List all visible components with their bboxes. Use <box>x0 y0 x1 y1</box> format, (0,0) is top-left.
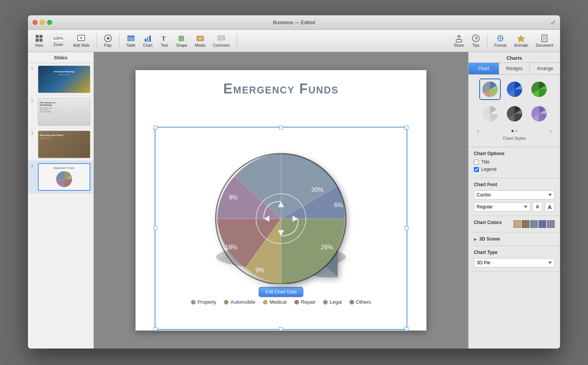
chart-type-select[interactable]: 3D Pie Pie Donut 3D Donut Bar Column Lin… <box>474 258 555 267</box>
chart-colors-title: Chart Colors <box>474 220 502 225</box>
chart-style-prev[interactable]: ‹ <box>475 128 482 134</box>
font-name-select[interactable]: Cochin Helvetica Times New Roman Arial <box>474 190 555 200</box>
chart-toolbar-button[interactable]: Chart <box>140 33 155 49</box>
zoom-group[interactable]: 100% Zoom <box>48 33 69 48</box>
handle-bm[interactable] <box>279 327 283 331</box>
chart-styles-section: ‹ › Chart Styles <box>469 75 560 147</box>
zoom-label: Zoom <box>53 43 63 47</box>
color-swatch-1[interactable] <box>513 220 521 228</box>
chart-style-next[interactable]: › <box>547 128 554 134</box>
chart-type-title: Chart Type <box>474 250 555 255</box>
comment-icon <box>217 34 225 43</box>
svg-text:30%: 30% <box>311 187 323 193</box>
slide-thumb-2[interactable]: 2 The Source of Something The reading pa… <box>28 96 93 128</box>
color-swatch-4[interactable] <box>539 220 546 228</box>
play-button[interactable]: Play <box>101 33 115 49</box>
legend-others: Others <box>350 299 371 305</box>
legend-repair: Repair <box>294 299 315 305</box>
scene-3d-row[interactable]: ▶ 3D Scene <box>474 236 555 242</box>
comment-button[interactable]: Comment <box>210 33 232 49</box>
table-icon <box>127 34 135 43</box>
text-button[interactable]: T Text <box>157 33 172 49</box>
title-checkbox-row[interactable]: Title <box>474 159 555 165</box>
shape-label: Shape <box>176 43 187 47</box>
font-increase-button[interactable]: A <box>545 202 555 212</box>
shape-button[interactable]: Shape <box>173 33 190 49</box>
chart-styles-row-1 <box>473 79 555 100</box>
nav-dots <box>511 130 518 132</box>
font-decrease-button[interactable]: A <box>532 202 542 212</box>
title-checkbox[interactable] <box>474 160 479 165</box>
separator-2 <box>119 33 119 49</box>
animate-button[interactable]: Animate <box>511 33 531 49</box>
slide-thumb-4[interactable]: 4 Emergency Funds <box>28 161 93 193</box>
format-button[interactable]: Format <box>491 33 510 49</box>
tips-button[interactable]: ? Tips <box>469 33 483 49</box>
document-button[interactable]: Document <box>532 33 556 49</box>
svg-text:9%: 9% <box>229 194 237 201</box>
slide-thumb-1[interactable]: 1 Financial Planning subtitle text here <box>28 63 93 96</box>
tab-arrange[interactable]: Arrange <box>530 63 560 74</box>
media-button[interactable]: Media <box>192 33 208 49</box>
zoom-value[interactable]: 100% <box>51 35 65 42</box>
text-label: Text <box>161 43 168 47</box>
close-button[interactable] <box>33 20 38 25</box>
tab-wedges[interactable]: Wedges <box>499 63 530 74</box>
tab-chart[interactable]: Chart <box>469 63 499 74</box>
view-button[interactable]: View <box>32 33 46 49</box>
chart-type-section: Chart Type 3D Pie Pie Donut 3D Donut Bar… <box>469 246 560 272</box>
legend-checkbox-row[interactable]: Legend <box>474 167 555 172</box>
document-icon <box>540 34 549 43</box>
svg-marker-24 <box>219 40 220 42</box>
canvas-area[interactable]: Emergency Funds <box>94 52 468 349</box>
pie-chart[interactable]: 30% 6% 26% 9% 18% 9% <box>189 131 373 284</box>
chart-toolbar-icon <box>144 34 152 43</box>
handle-br[interactable] <box>405 327 408 331</box>
nav-dot-1[interactable] <box>511 130 514 132</box>
edit-chart-data-button[interactable]: Edit Chart Data <box>259 287 303 297</box>
color-swatch-2[interactable] <box>522 220 529 228</box>
font-style-select[interactable]: Regular Bold Italic Bold Italic <box>474 202 530 211</box>
minimize-button[interactable] <box>40 20 45 25</box>
chart-options-section: Chart Options Title Legend <box>469 147 560 178</box>
table-button[interactable]: Table <box>123 33 139 49</box>
chart-selection-area[interactable]: 30% 6% 26% 9% 18% 9% <box>155 127 407 330</box>
chart-style-3[interactable] <box>528 79 550 100</box>
chart-style-4[interactable] <box>479 103 501 124</box>
chart-style-nav: ‹ › <box>473 128 555 136</box>
legend-legal: Legal <box>323 299 342 305</box>
chart-toolbar-label: Chart <box>143 43 152 47</box>
svg-rect-2 <box>36 39 39 42</box>
nav-dot-2[interactable] <box>515 130 518 132</box>
color-swatch-3[interactable] <box>530 220 538 228</box>
handle-bl[interactable] <box>154 327 157 331</box>
title-checkbox-label[interactable]: Title <box>481 159 490 165</box>
color-swatch-5[interactable] <box>547 220 555 228</box>
chart-styles-label: Chart Styles <box>473 136 555 141</box>
legend-medical: Medical <box>263 299 287 305</box>
slide-thumb-3[interactable]: 3 Browsing and Collect content text here <box>28 128 93 161</box>
slide-number-1: 1 <box>31 66 36 70</box>
chart-style-1[interactable] <box>479 79 501 100</box>
toolbar-right: Share ? Tips Format <box>451 33 556 49</box>
panel-tabs: Chart Wedges Arrange <box>469 63 560 75</box>
window-title: Business — Edited <box>273 20 315 25</box>
legend-dot-property <box>191 300 196 304</box>
chart-style-5[interactable] <box>504 103 525 124</box>
legend-label-others: Others <box>356 299 371 305</box>
fullscreen-button[interactable]: ⤢ <box>550 19 555 26</box>
comment-label: Comment <box>213 43 229 47</box>
legend-label-legal: Legal <box>330 299 342 305</box>
right-panel: Charts Chart Wedges Arrange <box>468 52 560 349</box>
font-style-row: Regular Bold Italic Bold Italic A A <box>474 202 555 212</box>
chart-style-6[interactable] <box>528 103 550 124</box>
chart-style-2[interactable] <box>504 79 525 100</box>
legend-dot-legal <box>323 300 328 304</box>
maximize-button[interactable] <box>47 20 52 25</box>
add-slide-button[interactable]: Add Slide <box>70 33 93 49</box>
legend-checkbox-label[interactable]: Legend <box>481 167 497 172</box>
svg-rect-15 <box>145 39 146 41</box>
legend-dot-automobile <box>224 300 229 304</box>
legend-checkbox[interactable] <box>474 167 479 172</box>
share-button[interactable]: Share <box>451 33 467 49</box>
